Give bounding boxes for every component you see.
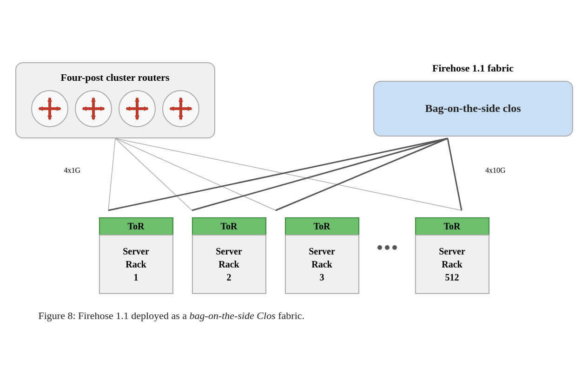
tor-label-1: ToR bbox=[99, 217, 173, 235]
svg-marker-10 bbox=[82, 106, 86, 111]
svg-line-26 bbox=[115, 138, 276, 210]
dot-3 bbox=[392, 245, 397, 250]
svg-marker-20 bbox=[178, 97, 183, 102]
svg-marker-4 bbox=[38, 106, 43, 111]
top-section: Four-post cluster routers bbox=[15, 62, 573, 138]
routers-row bbox=[31, 90, 199, 127]
svg-line-24 bbox=[108, 138, 115, 210]
caption-italic: bag-on-the-side Clos bbox=[190, 310, 276, 321]
svg-marker-14 bbox=[135, 97, 139, 102]
svg-marker-8 bbox=[91, 97, 96, 102]
svg-marker-3 bbox=[47, 116, 52, 120]
clos-label-normal: clos bbox=[500, 102, 521, 114]
rack-box-2: ServerRack2 bbox=[192, 235, 266, 294]
firehose-box: Firehose 1.1 fabric Bag-on-the-side clos bbox=[373, 62, 573, 137]
svg-line-31 bbox=[448, 138, 462, 210]
rack-unit-512: ToR ServerRack512 bbox=[415, 217, 489, 294]
figure-caption: Figure 8: Firehose 1.1 deployed as a bag… bbox=[39, 308, 550, 323]
clos-box: Bag-on-the-side clos bbox=[373, 81, 573, 137]
svg-marker-23 bbox=[188, 106, 192, 111]
caption-suffix: fabric. bbox=[276, 310, 304, 321]
tor-label-512: ToR bbox=[415, 217, 489, 235]
clos-label: Bag-on-the-side clos bbox=[425, 102, 521, 115]
svg-marker-16 bbox=[126, 106, 130, 111]
connection-lines-area: 4x1G 4x10G bbox=[15, 138, 573, 217]
label-4x1g: 4x1G bbox=[64, 166, 81, 175]
firehose-title: Firehose 1.1 fabric bbox=[432, 62, 514, 74]
racks-section: ToR ServerRack1 ToR ServerRack2 ToR Serv… bbox=[15, 217, 573, 294]
svg-marker-22 bbox=[169, 106, 174, 111]
svg-line-30 bbox=[276, 138, 448, 210]
dot-1 bbox=[377, 245, 382, 250]
cluster-title: Four-post cluster routers bbox=[60, 72, 169, 84]
rack-box-3: ServerRack3 bbox=[285, 235, 359, 294]
svg-marker-11 bbox=[100, 106, 105, 111]
svg-marker-17 bbox=[144, 106, 149, 111]
rack-unit-1: ToR ServerRack1 bbox=[99, 217, 173, 294]
router-icon-3 bbox=[119, 90, 156, 127]
svg-marker-15 bbox=[135, 116, 139, 120]
label-4x10g: 4x10G bbox=[485, 166, 506, 175]
svg-line-28 bbox=[108, 138, 448, 210]
tor-label-2: ToR bbox=[192, 217, 266, 235]
caption-prefix: Figure 8: Firehose 1.1 deployed as a bbox=[39, 310, 190, 321]
cluster-box: Four-post cluster routers bbox=[15, 62, 215, 138]
router-icon-1 bbox=[31, 90, 68, 127]
clos-label-italic: Bag-on-the-side bbox=[425, 102, 500, 114]
connection-lines-svg bbox=[15, 138, 573, 217]
svg-marker-9 bbox=[91, 116, 96, 120]
svg-marker-21 bbox=[178, 116, 183, 120]
rack-box-1: ServerRack1 bbox=[99, 235, 173, 294]
tor-label-3: ToR bbox=[285, 217, 359, 235]
rack-unit-3: ToR ServerRack3 bbox=[285, 217, 359, 294]
svg-line-25 bbox=[115, 138, 192, 210]
rack-box-512: ServerRack512 bbox=[415, 235, 489, 294]
dot-2 bbox=[385, 245, 390, 250]
router-icon-2 bbox=[75, 90, 112, 127]
dots-ellipsis bbox=[369, 245, 406, 250]
router-icon-4 bbox=[162, 90, 199, 127]
svg-marker-2 bbox=[47, 97, 52, 102]
diagram-container: Four-post cluster routers bbox=[15, 62, 573, 323]
rack-unit-2: ToR ServerRack2 bbox=[192, 217, 266, 294]
svg-marker-5 bbox=[57, 106, 61, 111]
